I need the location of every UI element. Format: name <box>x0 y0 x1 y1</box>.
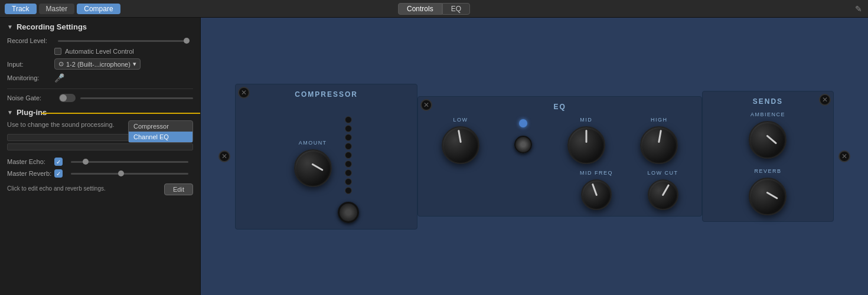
noise-gate-slider[interactable] <box>80 97 193 99</box>
master-echo-thumb <box>83 159 89 165</box>
auto-level-row: Automatic Level Control <box>7 48 193 55</box>
record-level-label: Record Level: <box>7 37 54 44</box>
auto-level-label: Automatic Level Control <box>65 48 134 55</box>
noise-gate-toggle[interactable] <box>59 94 76 102</box>
vu-meter <box>338 104 359 223</box>
center-tab-group: Controls EQ <box>398 3 470 15</box>
vu-dot-2 <box>345 125 352 132</box>
recording-settings-header: ▼ Recording Settings <box>7 22 193 31</box>
edit-row: Click to edit echo and reverb settings. … <box>7 183 193 195</box>
right-panel: ✕ ✕ COMPRESSOR AMOUNT <box>201 18 868 295</box>
plugin-channel-eq[interactable]: Channel EQ <box>129 132 192 142</box>
ambience-knob-group: AMBIENCE <box>749 112 787 159</box>
reverb-label: REVERB <box>754 168 781 174</box>
top-bar: Track Master Compare Controls EQ ✎ <box>0 0 868 18</box>
vu-spacer <box>338 202 359 223</box>
master-echo-slider[interactable] <box>71 161 188 163</box>
high-knob[interactable] <box>640 126 678 164</box>
plugins-section: ▼ Plug-ins Use to change the sound proce… <box>7 108 193 153</box>
master-echo-label: Master Echo: <box>7 158 54 165</box>
master-echo-checkbox[interactable]: ✓ <box>54 158 63 166</box>
recording-settings-title: Recording Settings <box>17 22 87 31</box>
eq-close-button[interactable]: ✕ <box>420 99 432 111</box>
record-level-slider[interactable] <box>58 40 190 42</box>
amount-label: AMOUNT <box>299 140 327 146</box>
tab-eq[interactable]: EQ <box>442 3 470 15</box>
divider-1 <box>7 88 193 89</box>
edit-icon[interactable]: ✎ <box>855 4 862 14</box>
low-knob[interactable] <box>442 126 479 164</box>
input-dropdown-icon: ▾ <box>133 60 136 68</box>
auto-level-checkbox[interactable] <box>54 48 61 55</box>
vu-dot-6 <box>345 160 352 168</box>
noise-gate-row: Noise Gate: <box>7 94 193 102</box>
eq-title: EQ <box>553 103 566 111</box>
tab-controls[interactable]: Controls <box>398 3 442 15</box>
mid-knob[interactable] <box>567 126 605 164</box>
left-panel: ▼ Recording Settings Record Level: Autom… <box>0 18 201 295</box>
eq-top-row: LOW MID HIGH <box>424 117 696 164</box>
eq-spacer <box>442 170 546 210</box>
sends-close-button[interactable]: ✕ <box>819 94 831 106</box>
plugins-collapse-triangle[interactable]: ▼ <box>7 109 13 116</box>
vu-dot-1 <box>345 116 352 123</box>
close-left-button[interactable]: ✕ <box>218 150 230 162</box>
low-cut-knob-group: LOW CUT <box>648 170 678 210</box>
vu-dot-5 <box>345 152 352 159</box>
monitoring-mic-icon[interactable]: 🎤 <box>54 73 64 83</box>
vu-dot-7 <box>345 169 352 176</box>
vu-dot-3 <box>345 134 352 141</box>
compressor-section: ✕ COMPRESSOR AMOUNT <box>235 84 417 230</box>
low-label: LOW <box>453 117 468 123</box>
compressor-title: COMPRESSOR <box>295 90 358 99</box>
jack-socket-compressor[interactable] <box>338 202 359 223</box>
master-reverb-slider[interactable] <box>71 173 188 175</box>
main-content: ▼ Recording Settings Record Level: Autom… <box>0 18 868 295</box>
mid-freq-knob-group: MID FREQ <box>580 170 613 210</box>
bypass-group <box>514 117 532 164</box>
mid-freq-knob[interactable] <box>581 179 612 210</box>
low-knob-group: LOW <box>442 117 479 164</box>
monitoring-label: Monitoring: <box>7 74 54 81</box>
eq-inner: LOW MID HIGH <box>424 117 696 210</box>
master-reverb-checkbox[interactable]: ✓ <box>54 169 63 178</box>
input-label: Input: <box>7 61 54 68</box>
reverb-knob-group: REVERB <box>749 168 787 215</box>
low-cut-knob[interactable] <box>648 179 678 210</box>
edit-button[interactable]: Edit <box>164 183 193 195</box>
plugins-header: ▼ Plug-ins <box>7 108 193 117</box>
record-level-thumb[interactable] <box>184 38 190 44</box>
plugin-compressor[interactable]: Compressor <box>129 121 192 132</box>
jack-socket-eq[interactable] <box>514 136 532 153</box>
input-icon: ⊙ <box>58 60 64 68</box>
collapse-triangle[interactable]: ▼ <box>7 24 13 30</box>
sends-title: SENDS <box>753 97 783 106</box>
tab-track[interactable]: Track <box>5 4 37 14</box>
high-label: HIGH <box>651 117 668 123</box>
mid-knob-group: MID <box>567 117 605 164</box>
vu-dot-4 <box>345 143 352 150</box>
mid-label: MID <box>580 117 592 123</box>
master-echo-row: Master Echo: ✓ <box>7 158 193 166</box>
plugin-dropdown[interactable]: Compressor Channel EQ <box>128 120 193 143</box>
close-right-button[interactable]: ✕ <box>838 150 850 162</box>
mid-freq-label: MID FREQ <box>580 170 613 176</box>
compressor-inner: AMOUNT <box>294 104 359 223</box>
plugin-slot-2[interactable] <box>7 143 193 150</box>
spacer <box>7 153 193 158</box>
noise-gate-label: Noise Gate: <box>7 94 54 101</box>
ambience-knob[interactable] <box>749 121 787 159</box>
compressor-close-button[interactable]: ✕ <box>238 87 250 99</box>
reverb-knob[interactable] <box>749 178 787 215</box>
tab-compare[interactable]: Compare <box>77 4 120 14</box>
plugins-arrow <box>41 113 201 114</box>
input-select[interactable]: ⊙ 1-2 (Built-...icrophone) ▾ <box>54 58 141 70</box>
plugins-content: Use to change the sound processing. Comp… <box>7 120 193 153</box>
monitoring-row: Monitoring: 🎤 <box>7 73 193 83</box>
record-level-row: Record Level: <box>7 37 193 44</box>
amount-knob-group: AMOUNT <box>294 140 332 187</box>
input-value: 1-2 (Built-...icrophone) <box>66 61 130 68</box>
tab-master[interactable]: Master <box>39 4 75 14</box>
amount-knob[interactable] <box>294 149 332 187</box>
master-reverb-row: Master Reverb: ✓ <box>7 169 193 178</box>
